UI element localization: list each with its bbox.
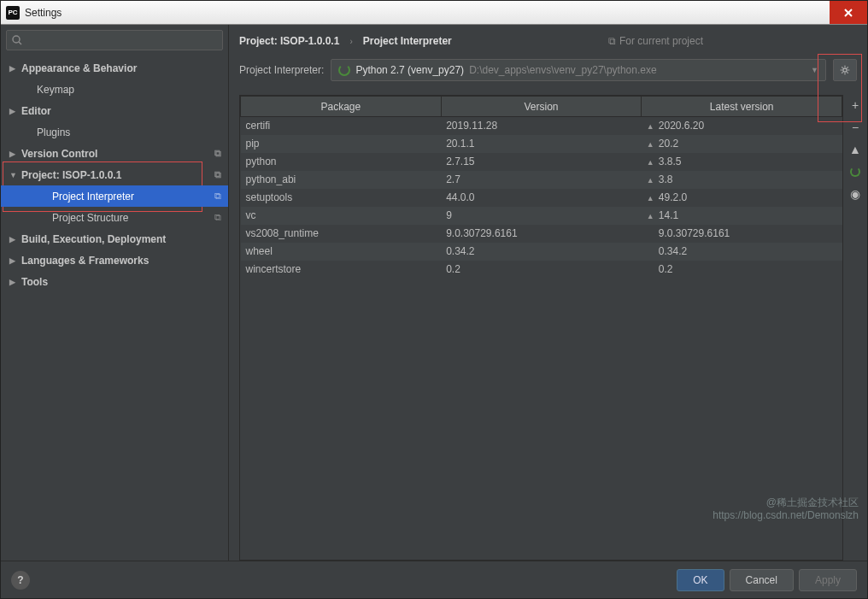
interpreter-label: Project Interpreter: — [239, 64, 324, 76]
expand-arrow-icon: ▶ — [9, 150, 18, 158]
interpreter-path: D:\dev_apps\envs\venv_py27\python.exe — [469, 64, 656, 76]
cancel-button[interactable]: Cancel — [730, 569, 794, 591]
titlebar: PC Settings — [1, 1, 867, 25]
cell-latest: 9.0.30729.6161 — [642, 225, 842, 243]
update-available-icon: ▲ — [647, 176, 655, 185]
footer: ? OK Cancel Apply — [1, 561, 867, 598]
ok-button[interactable]: OK — [677, 569, 724, 591]
packages-table[interactable]: Package Version Latest version certifi20… — [239, 95, 843, 561]
sidebar-item-label: Project Interpreter — [52, 191, 134, 203]
cell-version: 0.34.2 — [441, 243, 642, 261]
cell-version: 9.0.30729.6161 — [441, 225, 642, 243]
table-row[interactable]: wincertstore0.20.2 — [241, 261, 842, 279]
interpreter-name: Python 2.7 (venv_py27) — [355, 64, 464, 76]
svg-point-0 — [13, 36, 20, 43]
table-row[interactable]: wheel0.34.20.34.2 — [241, 243, 842, 261]
cell-latest: ▲20.2 — [642, 135, 842, 153]
expand-arrow-icon: ▼ — [9, 171, 18, 179]
cell-package: python — [241, 153, 442, 171]
cell-latest: ▲3.8.5 — [642, 153, 842, 171]
table-row[interactable]: vc9▲14.1 — [241, 207, 842, 225]
table-row[interactable]: setuptools44.0.0▲49.2.0 — [241, 189, 842, 207]
show-early-releases-button[interactable]: ◉ — [848, 187, 862, 201]
sidebar-item-project-interpreter[interactable]: Project Interpreter⧉ — [1, 185, 228, 207]
update-available-icon: ▲ — [647, 158, 655, 167]
sidebar-item-version-control[interactable]: ▶Version Control⧉ — [1, 143, 228, 164]
cell-version: 2.7 — [441, 171, 642, 189]
cell-version: 44.0.0 — [441, 189, 642, 207]
sidebar-item-label: Project: ISOP-1.0.0.1 — [21, 169, 121, 181]
sidebar-item-editor[interactable]: ▶Editor — [1, 100, 228, 121]
table-row[interactable]: vs2008_runtime9.0.30729.61619.0.30729.61… — [241, 225, 842, 243]
cell-package: wheel — [241, 243, 442, 261]
loading-spinner-icon — [338, 64, 350, 76]
sidebar-item-label: Editor — [21, 105, 51, 117]
expand-arrow-icon: ▶ — [9, 278, 18, 286]
breadcrumb-sep: › — [349, 37, 352, 46]
update-available-icon: ▲ — [647, 140, 655, 149]
cell-version: 2.7.15 — [441, 153, 642, 171]
cell-version: 20.1.1 — [441, 135, 642, 153]
cell-version: 2019.11.28 — [441, 117, 642, 135]
update-available-icon: ▲ — [647, 212, 655, 220]
sidebar-item-project-isop-1-0-0-1[interactable]: ▼Project: ISOP-1.0.0.1⧉ — [1, 164, 228, 185]
table-row[interactable]: pip20.1.1▲20.2 — [241, 135, 842, 153]
interpreter-combo[interactable]: Python 2.7 (venv_py27) D:\dev_apps\envs\… — [331, 59, 826, 81]
upgrade-package-button[interactable]: ▲ — [848, 143, 862, 156]
main-panel: Project: ISOP-1.0.0.1 › Project Interpre… — [229, 25, 867, 561]
search-icon — [12, 35, 22, 45]
sidebar-item-build-execution-deployment[interactable]: ▶Build, Execution, Deployment — [1, 228, 228, 250]
cell-package: setuptools — [241, 189, 442, 207]
settings-tree: ▶Appearance & BehaviorKeymap▶EditorPlugi… — [1, 56, 228, 561]
expand-arrow-icon: ▶ — [9, 107, 18, 115]
sidebar-item-languages-frameworks[interactable]: ▶Languages & Frameworks — [1, 250, 228, 271]
table-row[interactable]: python2.7.15▲3.8.5 — [241, 153, 842, 171]
sidebar-item-label: Tools — [21, 276, 48, 288]
copy-icon: ⧉ — [608, 35, 616, 47]
cell-latest: ▲3.8 — [642, 171, 842, 189]
sidebar: ▶Appearance & BehaviorKeymap▶EditorPlugi… — [1, 25, 229, 561]
app-icon: PC — [6, 6, 20, 20]
update-available-icon: ▲ — [647, 194, 655, 203]
project-scope-icon: ⧉ — [214, 148, 221, 159]
sidebar-item-tools[interactable]: ▶Tools — [1, 271, 228, 292]
close-icon — [843, 8, 853, 18]
search-input[interactable] — [6, 30, 223, 50]
sidebar-item-label: Appearance & Behavior — [21, 62, 137, 74]
package-action-bar: + − ▲ ◉ — [843, 95, 867, 561]
cell-latest: ▲2020.6.20 — [642, 117, 842, 135]
table-row[interactable]: python_abi2.7▲3.8 — [241, 171, 842, 189]
sidebar-item-label: Version Control — [21, 148, 97, 160]
sidebar-item-plugins[interactable]: Plugins — [1, 121, 228, 143]
sidebar-item-project-structure[interactable]: Project Structure⧉ — [1, 207, 228, 228]
col-version[interactable]: Version — [441, 97, 642, 117]
close-button[interactable] — [830, 1, 867, 24]
sidebar-item-appearance-behavior[interactable]: ▶Appearance & Behavior — [1, 57, 228, 79]
project-scope-icon: ⧉ — [214, 191, 221, 202]
for-current-project-hint: ⧉ For current project — [608, 35, 703, 47]
col-package[interactable]: Package — [241, 97, 442, 117]
help-button[interactable]: ? — [11, 571, 30, 590]
remove-package-button[interactable]: − — [848, 120, 862, 134]
cell-package: python_abi — [241, 171, 442, 189]
expand-arrow-icon: ▶ — [9, 64, 18, 73]
sidebar-item-label: Languages & Frameworks — [21, 255, 149, 267]
apply-button[interactable]: Apply — [799, 569, 857, 591]
sidebar-item-label: Project Structure — [52, 212, 128, 224]
expand-arrow-icon: ▶ — [9, 235, 18, 244]
cell-latest: 0.2 — [642, 261, 842, 279]
cell-package: certifi — [241, 117, 442, 135]
cell-latest: 0.34.2 — [642, 243, 842, 261]
cell-latest: ▲49.2.0 — [642, 189, 842, 207]
expand-arrow-icon: ▶ — [9, 256, 18, 265]
reload-button[interactable] — [848, 165, 862, 179]
highlight-annotation-gear — [818, 54, 862, 122]
cell-package: pip — [241, 135, 442, 153]
sidebar-item-keymap[interactable]: Keymap — [1, 79, 228, 100]
update-available-icon: ▲ — [647, 122, 655, 131]
cell-package: vc — [241, 207, 442, 225]
cell-latest: ▲14.1 — [642, 207, 842, 225]
table-row[interactable]: certifi2019.11.28▲2020.6.20 — [241, 117, 842, 135]
breadcrumb: Project: ISOP-1.0.0.1 › Project Interpre… — [239, 35, 867, 59]
col-latest[interactable]: Latest version — [642, 97, 842, 117]
